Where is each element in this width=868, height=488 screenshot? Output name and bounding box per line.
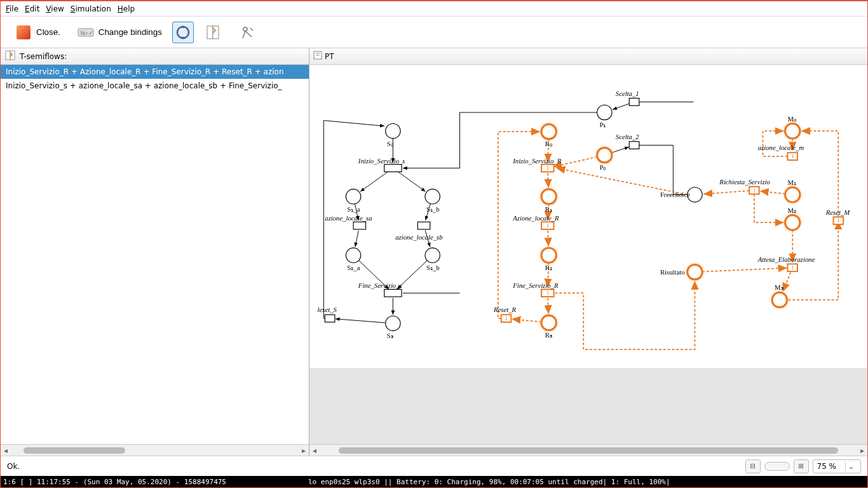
svg-rect-61 bbox=[629, 98, 639, 106]
menu-simulation[interactable]: Simulation bbox=[71, 4, 111, 13]
measure-button[interactable] bbox=[232, 21, 262, 44]
left-panel-header: T-semiflows: bbox=[1, 48, 309, 65]
svg-text:Attesa_Elaborazione: Attesa_Elaborazione bbox=[757, 255, 815, 263]
svg-point-37 bbox=[541, 248, 556, 262]
svg-text:Inizio_Servizio_R: Inizio_Servizio_R bbox=[512, 157, 561, 165]
svg-point-6 bbox=[243, 27, 247, 31]
semiflow-list[interactable]: Inizio_Servizio_R + Azione_locale_R + Fi… bbox=[1, 65, 309, 444]
bindings-icon: N=✓ bbox=[77, 24, 95, 41]
compass-icon bbox=[238, 24, 256, 41]
svg-text:Richiesta_Servizio: Richiesta_Servizio bbox=[719, 178, 770, 186]
svg-text:1: 1 bbox=[546, 222, 549, 229]
canvas[interactable]: S₀S₁_aS₁_bS₂_aS₂_bS₃P₁FreechoiceR₀P₀R₁R₂… bbox=[309, 65, 867, 368]
svg-text:M₀: M₀ bbox=[787, 115, 797, 123]
list-item[interactable]: Inizio_Servizio_s + azione_locale_sa + a… bbox=[1, 79, 309, 93]
svg-line-7 bbox=[243, 31, 245, 38]
right-panel: PT S₀S₁_aS₁_bS₂_aS₂_bS₃P₁FreechoiceR₀P₀R… bbox=[309, 48, 867, 456]
scroll-left-icon[interactable]: ◂ bbox=[309, 446, 320, 455]
svg-point-27 bbox=[597, 105, 612, 119]
svg-point-47 bbox=[785, 215, 800, 230]
scroll-thumb[interactable] bbox=[339, 447, 838, 454]
svg-rect-0 bbox=[17, 25, 31, 39]
svg-text:Scelta_1: Scelta_1 bbox=[616, 90, 639, 97]
svg-text:1: 1 bbox=[837, 217, 839, 224]
svg-point-49 bbox=[772, 292, 787, 307]
menu-edit[interactable]: Edit bbox=[25, 4, 39, 13]
svg-text:R₁: R₁ bbox=[545, 205, 552, 213]
svg-text:azione_locale_m: azione_locale_m bbox=[758, 144, 804, 151]
svg-text:Fine_Servizio_R: Fine_Servizio_R bbox=[512, 281, 559, 289]
close-button-label: Close. bbox=[36, 27, 60, 37]
os-status-right: lo enp0s25 wlp3s0 || Battery: 0: Chargin… bbox=[308, 478, 865, 486]
pt-tab-icon bbox=[313, 51, 322, 62]
menu-view[interactable]: View bbox=[46, 4, 64, 13]
left-panel-title: T-semiflows: bbox=[20, 52, 67, 61]
svg-text:1: 1 bbox=[753, 187, 756, 194]
svg-rect-10 bbox=[6, 51, 10, 60]
svg-point-25 bbox=[386, 316, 400, 330]
zoom-out-button[interactable]: ⊟ bbox=[745, 459, 761, 473]
svg-point-41 bbox=[688, 264, 702, 279]
toolbar: Close. N=✓ Change bindings bbox=[1, 17, 867, 48]
svg-point-45 bbox=[785, 187, 800, 202]
cycle-button[interactable] bbox=[172, 22, 194, 43]
svg-rect-51 bbox=[384, 165, 402, 172]
left-panel: T-semiflows: Inizio_Servizio_R + Azione_… bbox=[1, 48, 309, 456]
svg-text:Azione_locale_R: Azione_locale_R bbox=[512, 214, 559, 222]
svg-line-9 bbox=[250, 28, 253, 30]
svg-text:Inizio_Servizio_s: Inizio_Servizio_s bbox=[358, 157, 405, 165]
page-icon bbox=[204, 24, 222, 41]
change-bindings-label: Change bindings bbox=[98, 27, 162, 37]
svg-text:1: 1 bbox=[791, 153, 794, 159]
scroll-left-icon[interactable]: ◂ bbox=[1, 446, 11, 455]
svg-rect-53 bbox=[353, 222, 365, 229]
svg-text:S₀: S₀ bbox=[387, 140, 394, 147]
svg-text:R₃: R₃ bbox=[545, 331, 552, 339]
statusbar: Ok. ⊟ ⊞ 75 % ⌄ bbox=[1, 456, 867, 476]
zoom-slider[interactable] bbox=[764, 462, 790, 471]
svg-text:S₂_b: S₂_b bbox=[426, 264, 440, 271]
content-area: T-semiflows: Inizio_Servizio_R + Azione_… bbox=[1, 48, 867, 456]
svg-text:1: 1 bbox=[791, 264, 794, 271]
close-icon bbox=[15, 24, 32, 41]
list-item[interactable]: Inizio_Servizio_R + Azione_locale_R + Fi… bbox=[1, 65, 309, 79]
zoom-in-button[interactable]: ⊞ bbox=[794, 459, 809, 473]
canvas-below bbox=[309, 368, 867, 444]
svg-text:1: 1 bbox=[546, 165, 549, 171]
svg-text:S₁_a: S₁_a bbox=[347, 205, 360, 213]
svg-point-19 bbox=[425, 189, 440, 204]
svg-text:Reset_M: Reset_M bbox=[825, 208, 850, 216]
svg-text:1: 1 bbox=[546, 290, 549, 296]
zoom-select[interactable]: 75 % ⌄ bbox=[813, 459, 862, 473]
close-button[interactable]: Close. bbox=[8, 21, 67, 44]
svg-text:azione_locale_sa: azione_locale_sa bbox=[325, 214, 372, 222]
svg-point-15 bbox=[386, 123, 400, 138]
menu-help[interactable]: Help bbox=[118, 4, 135, 13]
scroll-right-icon[interactable]: ▸ bbox=[299, 446, 309, 455]
svg-point-31 bbox=[541, 124, 556, 139]
svg-point-3 bbox=[177, 27, 189, 38]
canvas-tab-label: PT bbox=[325, 52, 334, 61]
svg-text:M₃: M₃ bbox=[775, 283, 783, 291]
svg-text:azione_locale_sb: azione_locale_sb bbox=[395, 233, 443, 241]
svg-rect-59 bbox=[325, 315, 335, 322]
svg-text:leset_S: leset_S bbox=[318, 306, 337, 313]
svg-point-17 bbox=[346, 189, 360, 204]
svg-text:Freechoice: Freechoice bbox=[660, 191, 690, 198]
app-window: File Edit View Simulation Help Close. N=… bbox=[0, 0, 868, 488]
svg-text:S₂_a: S₂_a bbox=[347, 264, 360, 271]
page-button[interactable] bbox=[198, 21, 228, 44]
canvas-tab[interactable]: PT bbox=[309, 48, 867, 65]
os-statusbar: 1:6 [ ] 11:17:55 - (Sun 03 May, 05.2020)… bbox=[1, 476, 867, 487]
right-scrollbar-h[interactable]: ◂ ▸ bbox=[309, 444, 867, 456]
svg-rect-63 bbox=[629, 142, 639, 149]
svg-point-21 bbox=[346, 248, 360, 262]
svg-text:R₂: R₂ bbox=[545, 264, 552, 271]
scroll-thumb[interactable] bbox=[24, 447, 125, 454]
svg-text:S₁_b: S₁_b bbox=[426, 205, 440, 213]
scroll-right-icon[interactable]: ▸ bbox=[857, 446, 867, 455]
svg-point-43 bbox=[785, 123, 800, 138]
left-scrollbar-h[interactable]: ◂ ▸ bbox=[1, 444, 309, 456]
menu-file[interactable]: File bbox=[6, 4, 18, 13]
change-bindings-button[interactable]: N=✓ Change bindings bbox=[71, 21, 168, 44]
